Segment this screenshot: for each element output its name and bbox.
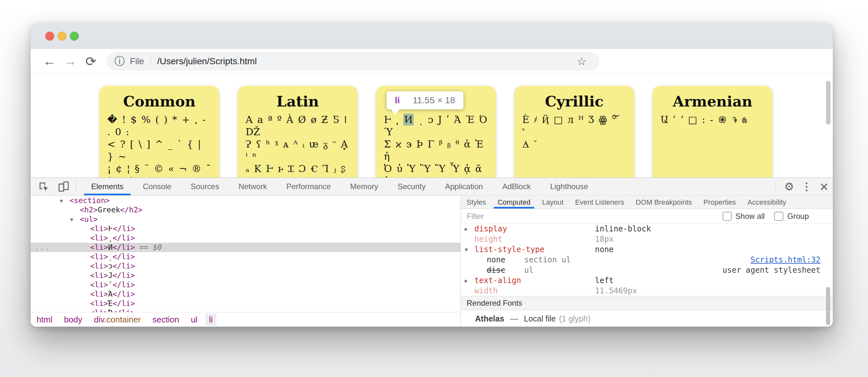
breadcrumb-item-body[interactable]: body <box>64 315 82 325</box>
close-devtools-icon[interactable]: × <box>815 178 833 195</box>
sidebar-scrollbar-thumb[interactable] <box>826 287 830 325</box>
card-title: Armenian <box>653 92 772 111</box>
tree-expand-arrow-icon[interactable]: ▼ <box>70 215 73 224</box>
minimize-window-button[interactable] <box>58 32 67 41</box>
titlebar <box>31 23 833 49</box>
sidebar-tab-computed[interactable]: Computed <box>492 196 536 208</box>
devtools-tab-adblock[interactable]: AdBlock <box>493 178 540 195</box>
trace-value: none <box>487 255 505 265</box>
script-card-common: Common� ! $ % ( ) * + , - . 0 :< ? [ \ ]… <box>99 86 219 177</box>
stylesheet-link[interactable]: Scripts.html:32 <box>750 255 820 265</box>
toolbar-separator-right <box>775 181 775 192</box>
breadcrumb-item-ul[interactable]: ul <box>191 315 197 325</box>
checkbox-show-all[interactable] <box>722 212 732 221</box>
breadcrumb-item-div[interactable]: div.container <box>94 315 141 325</box>
url-path[interactable]: /Users/julien/Scripts.html <box>157 56 257 67</box>
back-button[interactable]: ← <box>40 49 59 74</box>
property-expand-arrow-icon[interactable]: ▼ <box>465 245 468 255</box>
computed-property-row[interactable]: height18px <box>461 234 833 244</box>
computed-property-row[interactable]: ▼list-style-typenone <box>461 244 833 255</box>
filter-input[interactable]: Filter <box>467 212 484 221</box>
tree-row[interactable]: ▼<section> <box>31 196 461 205</box>
checkbox-group[interactable] <box>774 212 783 221</box>
computed-properties: ▶displayinline-blockheight18px▼list-styl… <box>461 224 833 296</box>
tree-row[interactable]: <li>ͺ</li> <box>31 252 461 262</box>
tree-row[interactable]: <li>Ά</li> <box>31 289 461 299</box>
inspect-tooltip-dimensions: 11.55 × 18 <box>413 95 455 106</box>
devtools-tab-network[interactable]: Network <box>229 178 277 195</box>
devtools-tab-application[interactable]: Application <box>435 178 493 195</box>
sidebar-tabs: StylesComputedLayoutEvent ListenersDOM B… <box>461 196 833 209</box>
inspect-tooltip: li 11.55 × 18 <box>386 91 463 109</box>
forward-button[interactable]: → <box>61 49 79 74</box>
tree-row[interactable]: <li>ʹ</li> <box>31 280 461 289</box>
devtools-tab-console[interactable]: Console <box>133 178 181 195</box>
tree-row[interactable]: <li>͵</li> <box>31 233 461 243</box>
inspect-tooltip-tag: li <box>395 96 400 106</box>
computed-filter-row: Filter Show allGroup <box>461 209 833 224</box>
property-expand-arrow-icon[interactable]: ▶ <box>465 224 468 234</box>
tree-row[interactable]: <h2>Greek</h2> <box>31 205 461 215</box>
tree-row[interactable]: ▼<ul> <box>31 215 461 224</box>
devtools-tab-memory[interactable]: Memory <box>341 178 388 195</box>
computed-property-row[interactable]: ▶displayinline-block <box>461 224 833 234</box>
close-window-button[interactable] <box>45 32 54 41</box>
devtools-tabbar: ElementsConsoleSourcesNetworkPerformance… <box>31 178 833 196</box>
property-value: inline-block <box>595 224 651 234</box>
reload-button[interactable]: ⟳ <box>82 49 100 74</box>
computed-property-row[interactable]: width11.5469px <box>461 286 833 296</box>
page-scrollbar-thumb[interactable] <box>826 81 831 125</box>
card-title: Latin <box>238 92 358 111</box>
tree-row[interactable]: ...<li>Ͷ</li> == $0 <box>31 243 461 252</box>
tree-expand-arrow-icon[interactable]: ▼ <box>60 196 63 206</box>
card-glyphs: Ѐ ҂ Ҋ □ л ᵸ Ӡ ꙮ ꙳ ꙼ ꚝꙘ ꙿ <box>515 111 634 150</box>
page-info-icon[interactable]: ⓘ <box>115 54 125 68</box>
card-glyphs: A a ª º À Ø ø Ƶ Ƽ ǀ ǄɁ ʕ ʰ ˠ ᴀ ᴬ ᵢ ᵫ ᵹ ᵔ… <box>238 111 358 177</box>
bookmark-star-icon[interactable]: ☆ <box>577 55 587 68</box>
tree-row[interactable]: <li>Ό</li> <box>31 308 461 312</box>
tree-row[interactable]: <li>J</li> <box>31 271 461 280</box>
breadcrumb-item-html[interactable]: html <box>36 315 52 325</box>
devtools-tab-lighthouse[interactable]: Lighthouse <box>540 178 597 195</box>
property-value: 11.5469px <box>595 286 637 296</box>
styles-sidebar: StylesComputedLayoutEvent ListenersDOM B… <box>461 196 833 327</box>
breadcrumb: htmlbodydiv.containersectionulli <box>31 312 461 327</box>
sidebar-tab-layout[interactable]: Layout <box>536 196 569 208</box>
property-expand-arrow-icon[interactable]: ▶ <box>465 276 468 286</box>
settings-gear-icon[interactable]: ⚙ <box>780 178 798 195</box>
address-bar[interactable]: ⓘ File /Users/julien/Scripts.html ☆ <box>106 52 599 71</box>
devtools-tab-performance[interactable]: Performance <box>277 178 340 195</box>
devtools-tab-sources[interactable]: Sources <box>181 178 229 195</box>
sidebar-tab-properties[interactable]: Properties <box>698 196 742 208</box>
script-card-latin: LatinA a ª º À Ø ø Ƶ Ƽ ǀ ǄɁ ʕ ʰ ˠ ᴀ ᴬ ᵢ … <box>238 86 358 177</box>
zoom-window-button[interactable] <box>70 32 79 41</box>
computed-trace-row[interactable]: nonesection ulScripts.html:32 <box>461 255 833 265</box>
devtools-tab-elements[interactable]: Elements <box>82 178 133 195</box>
sidebar-tab-event-listeners[interactable]: Event Listeners <box>569 196 630 208</box>
sidebar-tab-accessibility[interactable]: Accessibility <box>742 196 792 208</box>
highlighted-glyph: Ͷ <box>403 114 414 126</box>
sidebar-tab-styles[interactable]: Styles <box>461 196 492 208</box>
font-glyph-count: (1 glyph) <box>559 314 590 323</box>
devtools-tab-security[interactable]: Security <box>388 178 435 195</box>
property-value: left <box>595 275 614 286</box>
tree-row[interactable]: <li>Έ</li> <box>31 299 461 308</box>
card-title: Cyrillic <box>515 92 634 111</box>
inspect-element-icon[interactable] <box>36 179 51 194</box>
checkbox-label: Show all <box>736 212 765 221</box>
computed-trace-row[interactable]: disculuser agent stylesheet <box>461 265 833 275</box>
elements-tree: ▼<section><h2>Greek</h2>▼<ul><li>Ͱ</li><… <box>31 196 461 312</box>
card-title: Common <box>99 92 219 111</box>
tree-row[interactable]: <li>Ͱ</li> <box>31 224 461 233</box>
tree-row[interactable]: <li>ɔ</li> <box>31 262 461 271</box>
property-value: 18px <box>595 234 614 244</box>
sidebar-tab-dom-breakpoints[interactable]: DOM Breakpoints <box>630 196 698 208</box>
breadcrumb-item-section[interactable]: section <box>153 315 179 325</box>
desktop: ← → ⟳ ⓘ File /Users/julien/Scripts.html … <box>0 0 868 377</box>
more-options-icon[interactable]: ⋮ <box>798 178 815 195</box>
breadcrumb-item-li[interactable]: li <box>205 314 217 326</box>
computed-property-row[interactable]: ▶text-alignleft <box>461 275 833 286</box>
tree-row-gutter-dots[interactable]: ... <box>35 243 50 252</box>
script-card-cyrillic: CyrillicЀ ҂ Ҋ □ л ᵸ Ӡ ꙮ ꙳ ꙼ ꚝꙘ ꙿ <box>515 86 634 177</box>
device-toolbar-icon[interactable] <box>57 179 71 194</box>
